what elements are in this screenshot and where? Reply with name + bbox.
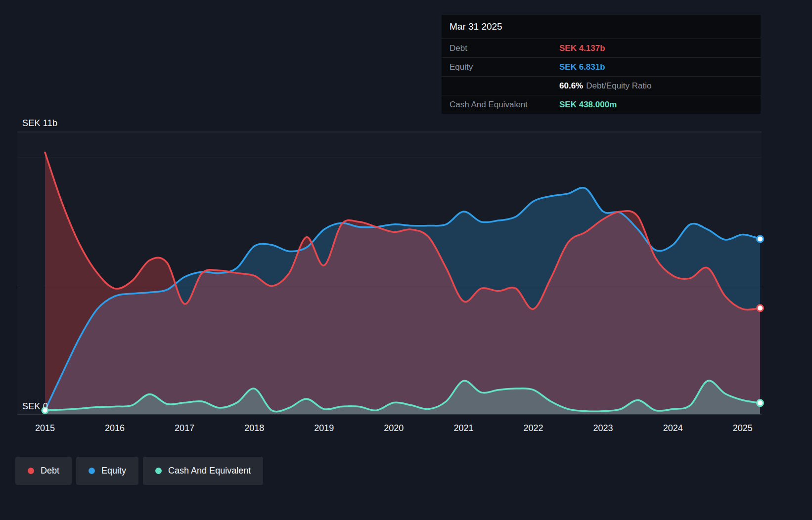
tooltip-debt-value: SEK 4.137b [559, 43, 605, 53]
tooltip-debt-label: Debt [450, 43, 559, 53]
tooltip-date: Mar 31 2025 [442, 15, 761, 39]
x-axis-tick-2024: 2024 [651, 423, 695, 433]
debt-legend-dot-icon [28, 468, 34, 474]
legend-item-label: Equity [101, 466, 126, 476]
tooltip-debt-row: Debt SEK 4.137b [442, 39, 761, 58]
tooltip-ratio-row: 60.6%Debt/Equity Ratio [442, 77, 761, 95]
tooltip-cash-row: Cash And Equivalent SEK 438.000m [442, 95, 761, 114]
legend-item-label: Cash And Equivalent [168, 466, 251, 476]
legend-item-cash[interactable]: Cash And Equivalent [143, 457, 263, 485]
x-axis: 2015201620172018201920202021202220232024… [0, 423, 812, 436]
cash-and-equivalent-end-marker [757, 400, 764, 406]
x-axis-tick-2017: 2017 [162, 423, 207, 433]
tooltip-equity-value: SEK 6.831b [559, 62, 605, 72]
x-axis-tick-2021: 2021 [441, 423, 486, 433]
legend-item-debt[interactable]: Debt [15, 457, 72, 485]
legend: Debt Equity Cash And Equivalent [15, 457, 263, 485]
x-axis-tick-2016: 2016 [92, 423, 137, 433]
x-axis-tick-2025: 2025 [721, 423, 765, 433]
equity-legend-dot-icon [89, 468, 95, 474]
x-axis-tick-2022: 2022 [511, 423, 556, 433]
legend-item-label: Debt [41, 466, 59, 476]
debt-equity-history-chart: SEK 11b SEK 0 20152016201720182019202020… [0, 0, 812, 520]
cash-legend-dot-icon [155, 468, 162, 474]
tooltip: Mar 31 2025 Debt SEK 4.137b Equity SEK 6… [442, 15, 761, 114]
x-axis-tick-2018: 2018 [232, 423, 276, 433]
equity-end-marker [757, 236, 764, 242]
tooltip-ratio-label: Debt/Equity Ratio [586, 81, 651, 90]
tooltip-equity-row: Equity SEK 6.831b [442, 58, 761, 77]
tooltip-ratio-value: 60.6% [559, 81, 583, 90]
tooltip-cash-value: SEK 438.000m [559, 100, 617, 110]
tooltip-cash-label: Cash And Equivalent [450, 100, 559, 110]
x-axis-tick-2020: 2020 [371, 423, 416, 433]
y-axis-max-label: SEK 11b [22, 118, 57, 129]
y-axis-zero-label: SEK 0 [22, 401, 48, 412]
x-axis-tick-2019: 2019 [302, 423, 346, 433]
x-axis-tick-2023: 2023 [581, 423, 626, 433]
debt-end-marker [757, 305, 764, 311]
legend-item-equity[interactable]: Equity [76, 457, 138, 485]
x-axis-tick-2015: 2015 [23, 423, 67, 433]
tooltip-equity-label: Equity [450, 62, 559, 72]
